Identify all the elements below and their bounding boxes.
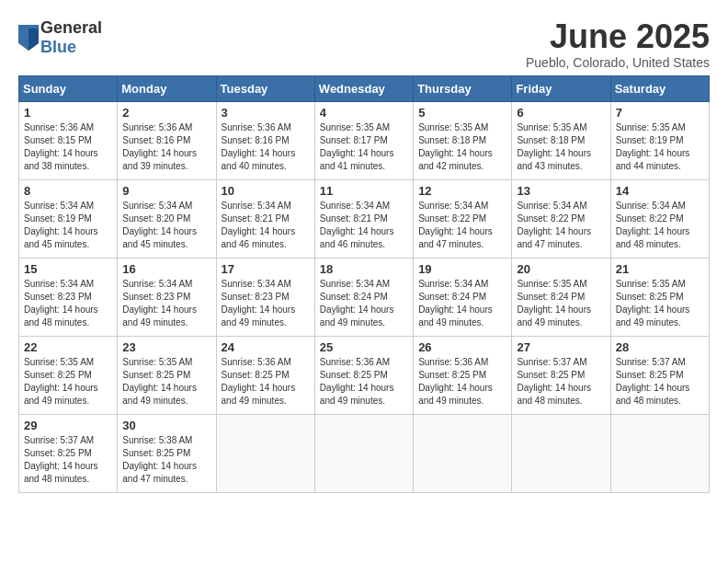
col-saturday: Saturday — [610, 75, 709, 101]
col-friday: Friday — [512, 75, 610, 101]
table-row: 26 Sunrise: 5:36 AMSunset: 8:25 PMDaylig… — [414, 336, 512, 414]
cell-text: Sunrise: 5:36 AMSunset: 8:15 PMDaylight:… — [24, 122, 98, 171]
table-row — [610, 414, 709, 492]
day-number: 15 — [24, 262, 112, 276]
table-row: 16 Sunrise: 5:34 AMSunset: 8:23 PMDaylig… — [118, 258, 216, 336]
cell-text: Sunrise: 5:34 AMSunset: 8:23 PMDaylight:… — [24, 279, 98, 327]
table-row: 18 Sunrise: 5:34 AMSunset: 8:24 PMDaylig… — [314, 258, 413, 336]
cell-text: Sunrise: 5:37 AMSunset: 8:25 PMDaylight:… — [616, 357, 690, 406]
table-row: 3 Sunrise: 5:36 AMSunset: 8:16 PMDayligh… — [216, 101, 314, 179]
cell-text: Sunrise: 5:34 AMSunset: 8:19 PMDaylight:… — [24, 201, 98, 249]
day-number: 23 — [122, 340, 210, 354]
day-number: 20 — [517, 262, 605, 276]
cell-text: Sunrise: 5:34 AMSunset: 8:23 PMDaylight:… — [222, 279, 296, 327]
table-row: 25 Sunrise: 5:36 AMSunset: 8:25 PMDaylig… — [314, 336, 413, 414]
cell-text: Sunrise: 5:36 AMSunset: 8:16 PMDaylight:… — [222, 122, 296, 171]
table-row: 7 Sunrise: 5:35 AMSunset: 8:19 PMDayligh… — [610, 101, 709, 179]
table-row: 15 Sunrise: 5:34 AMSunset: 8:23 PMDaylig… — [19, 258, 118, 336]
cell-text: Sunrise: 5:36 AMSunset: 8:25 PMDaylight:… — [222, 357, 296, 406]
day-number: 22 — [24, 340, 112, 354]
table-row: 30 Sunrise: 5:38 AMSunset: 8:25 PMDaylig… — [118, 414, 216, 492]
day-number: 17 — [222, 262, 310, 276]
col-wednesday: Wednesday — [314, 75, 413, 101]
day-number: 11 — [320, 184, 408, 198]
table-row: 19 Sunrise: 5:34 AMSunset: 8:24 PMDaylig… — [414, 258, 512, 336]
day-number: 10 — [222, 184, 310, 198]
table-row: 14 Sunrise: 5:34 AMSunset: 8:22 PMDaylig… — [610, 179, 709, 258]
day-number: 18 — [320, 262, 408, 276]
table-row: 17 Sunrise: 5:34 AMSunset: 8:23 PMDaylig… — [216, 258, 314, 336]
col-thursday: Thursday — [414, 75, 512, 101]
day-number: 5 — [418, 106, 506, 120]
logo: General Blue — [18, 18, 102, 57]
table-row: 9 Sunrise: 5:34 AMSunset: 8:20 PMDayligh… — [118, 179, 216, 258]
cell-text: Sunrise: 5:36 AMSunset: 8:25 PMDaylight:… — [418, 357, 493, 406]
cell-text: Sunrise: 5:35 AMSunset: 8:25 PMDaylight:… — [122, 357, 197, 406]
table-row: 22 Sunrise: 5:35 AMSunset: 8:25 PMDaylig… — [19, 336, 118, 414]
day-number: 19 — [418, 262, 506, 276]
day-number: 6 — [517, 106, 605, 120]
cell-text: Sunrise: 5:34 AMSunset: 8:21 PMDaylight:… — [222, 201, 296, 249]
logo-blue-text: Blue — [40, 38, 102, 57]
table-row: 5 Sunrise: 5:35 AMSunset: 8:18 PMDayligh… — [414, 101, 512, 179]
logo-general-text: General — [40, 18, 102, 38]
table-row — [216, 414, 314, 492]
svg-marker-1 — [28, 29, 39, 51]
table-row: 28 Sunrise: 5:37 AMSunset: 8:25 PMDaylig… — [610, 336, 709, 414]
cell-text: Sunrise: 5:37 AMSunset: 8:25 PMDaylight:… — [24, 435, 98, 484]
cell-text: Sunrise: 5:34 AMSunset: 8:20 PMDaylight:… — [122, 201, 197, 249]
table-row — [314, 414, 413, 492]
day-number: 16 — [122, 262, 210, 276]
cell-text: Sunrise: 5:34 AMSunset: 8:24 PMDaylight:… — [320, 279, 394, 327]
header: General Blue June 2025 Pueblo, Colorado,… — [18, 18, 710, 70]
calendar-row: 29 Sunrise: 5:37 AMSunset: 8:25 PMDaylig… — [19, 414, 710, 492]
table-row: 20 Sunrise: 5:35 AMSunset: 8:24 PMDaylig… — [512, 258, 610, 336]
day-number: 25 — [320, 340, 408, 354]
day-number: 1 — [24, 106, 112, 120]
cell-text: Sunrise: 5:38 AMSunset: 8:25 PMDaylight:… — [122, 435, 197, 484]
cell-text: Sunrise: 5:36 AMSunset: 8:25 PMDaylight:… — [320, 357, 394, 406]
table-row: 12 Sunrise: 5:34 AMSunset: 8:22 PMDaylig… — [414, 179, 512, 258]
cell-text: Sunrise: 5:34 AMSunset: 8:22 PMDaylight:… — [517, 201, 591, 249]
location: Pueblo, Colorado, United States — [526, 55, 710, 70]
day-number: 4 — [320, 106, 408, 120]
table-row — [512, 414, 610, 492]
day-number: 9 — [122, 184, 210, 198]
day-number: 24 — [222, 340, 310, 354]
col-tuesday: Tuesday — [216, 75, 314, 101]
title-block: June 2025 Pueblo, Colorado, United State… — [526, 18, 710, 70]
table-row: 6 Sunrise: 5:35 AMSunset: 8:18 PMDayligh… — [512, 101, 610, 179]
day-number: 14 — [616, 184, 704, 198]
cell-text: Sunrise: 5:34 AMSunset: 8:22 PMDaylight:… — [616, 201, 690, 249]
table-row: 4 Sunrise: 5:35 AMSunset: 8:17 PMDayligh… — [314, 101, 413, 179]
table-row: 29 Sunrise: 5:37 AMSunset: 8:25 PMDaylig… — [19, 414, 118, 492]
table-row: 21 Sunrise: 5:35 AMSunset: 8:25 PMDaylig… — [610, 258, 709, 336]
day-number: 29 — [24, 419, 112, 432]
calendar-table: Sunday Monday Tuesday Wednesday Thursday… — [18, 75, 710, 493]
table-row: 10 Sunrise: 5:34 AMSunset: 8:21 PMDaylig… — [216, 179, 314, 258]
cell-text: Sunrise: 5:35 AMSunset: 8:24 PMDaylight:… — [517, 279, 591, 327]
logo-text: General Blue — [40, 18, 102, 57]
table-row: 1 Sunrise: 5:36 AMSunset: 8:15 PMDayligh… — [19, 101, 118, 179]
logo-icon — [18, 25, 39, 51]
cell-text: Sunrise: 5:34 AMSunset: 8:23 PMDaylight:… — [122, 279, 197, 327]
table-row — [414, 414, 512, 492]
table-row: 11 Sunrise: 5:34 AMSunset: 8:21 PMDaylig… — [314, 179, 413, 258]
calendar-row: 8 Sunrise: 5:34 AMSunset: 8:19 PMDayligh… — [19, 179, 710, 258]
cell-text: Sunrise: 5:35 AMSunset: 8:25 PMDaylight:… — [616, 279, 690, 327]
cell-text: Sunrise: 5:34 AMSunset: 8:22 PMDaylight:… — [418, 201, 493, 249]
day-number: 8 — [24, 184, 112, 198]
col-monday: Monday — [118, 75, 216, 101]
table-row: 24 Sunrise: 5:36 AMSunset: 8:25 PMDaylig… — [216, 336, 314, 414]
calendar-row: 22 Sunrise: 5:35 AMSunset: 8:25 PMDaylig… — [19, 336, 710, 414]
calendar-header-row: Sunday Monday Tuesday Wednesday Thursday… — [19, 75, 710, 101]
day-number: 28 — [616, 340, 704, 354]
table-row: 2 Sunrise: 5:36 AMSunset: 8:16 PMDayligh… — [118, 101, 216, 179]
cell-text: Sunrise: 5:35 AMSunset: 8:19 PMDaylight:… — [616, 122, 690, 171]
page: General Blue June 2025 Pueblo, Colorado,… — [0, 0, 728, 563]
calendar-row: 15 Sunrise: 5:34 AMSunset: 8:23 PMDaylig… — [19, 258, 710, 336]
month-title: June 2025 — [526, 18, 710, 55]
cell-text: Sunrise: 5:35 AMSunset: 8:18 PMDaylight:… — [418, 122, 493, 171]
cell-text: Sunrise: 5:37 AMSunset: 8:25 PMDaylight:… — [517, 357, 591, 406]
day-number: 30 — [122, 419, 210, 432]
